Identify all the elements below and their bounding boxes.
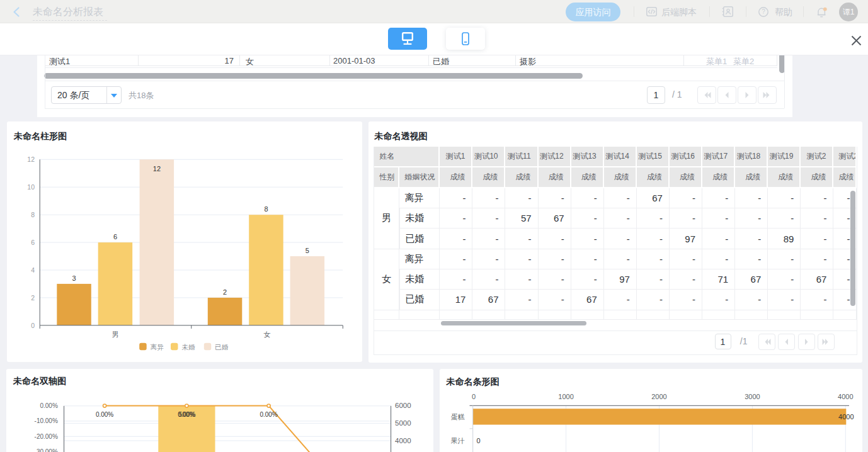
svg-text:5000: 5000 bbox=[395, 419, 411, 427]
svg-text:4000: 4000 bbox=[838, 413, 854, 421]
svg-text:女: 女 bbox=[263, 331, 270, 338]
svg-text:10: 10 bbox=[27, 183, 35, 191]
svg-text:离异: 离异 bbox=[151, 343, 164, 351]
svg-text:12: 12 bbox=[27, 155, 35, 163]
svg-text:8: 8 bbox=[264, 205, 268, 213]
svg-text:2: 2 bbox=[223, 288, 227, 296]
svg-text:2000: 2000 bbox=[651, 393, 666, 400]
svg-text:8: 8 bbox=[31, 211, 35, 218]
svg-text:1000: 1000 bbox=[558, 393, 573, 400]
svg-text:-30.00%: -30.00% bbox=[35, 448, 58, 452]
svg-text:5: 5 bbox=[306, 247, 309, 254]
svg-text:500%: 500% bbox=[179, 411, 195, 418]
svg-text:3: 3 bbox=[72, 274, 76, 282]
svg-text:未婚: 未婚 bbox=[181, 343, 195, 351]
svg-text:0.00%: 0.00% bbox=[260, 411, 277, 418]
svg-text:男: 男 bbox=[111, 331, 118, 338]
svg-text:?: ? bbox=[762, 8, 765, 15]
svg-text:4: 4 bbox=[31, 266, 35, 274]
svg-text:0: 0 bbox=[31, 322, 35, 329]
svg-text:-20.00%: -20.00% bbox=[35, 433, 58, 440]
svg-text:0: 0 bbox=[472, 393, 476, 400]
svg-text:0.00%: 0.00% bbox=[40, 402, 57, 409]
svg-text:4000: 4000 bbox=[838, 393, 853, 400]
svg-text:6: 6 bbox=[113, 233, 117, 240]
svg-text:-10.00%: -10.00% bbox=[35, 417, 58, 424]
svg-text:6000: 6000 bbox=[395, 402, 411, 409]
svg-text:4000: 4000 bbox=[395, 437, 411, 444]
svg-text:0.00%: 0.00% bbox=[96, 411, 113, 418]
svg-text:2: 2 bbox=[31, 294, 35, 302]
svg-text:果汁: 果汁 bbox=[451, 437, 465, 444]
svg-text:3000: 3000 bbox=[745, 393, 760, 400]
svg-text:蛋糕: 蛋糕 bbox=[451, 413, 465, 421]
svg-text:6: 6 bbox=[31, 239, 35, 246]
svg-text:已婚: 已婚 bbox=[215, 343, 229, 351]
svg-text:12: 12 bbox=[153, 165, 161, 172]
svg-text:0: 0 bbox=[477, 437, 481, 444]
